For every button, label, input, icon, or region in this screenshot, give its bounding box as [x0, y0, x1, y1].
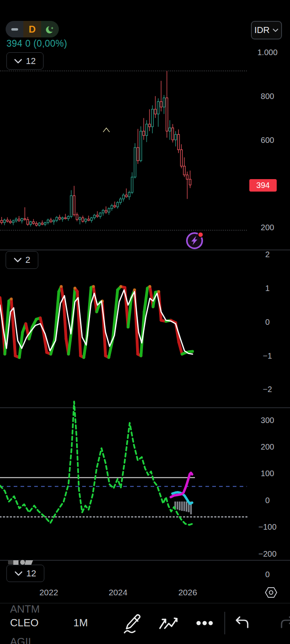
candle-body: [50, 220, 52, 222]
timeframe-button[interactable]: 1M: [73, 617, 88, 629]
price-axis-label: 0: [265, 570, 269, 579]
draw-icon[interactable]: [123, 613, 143, 635]
histogram-bar: [177, 502, 178, 510]
line-style-segment[interactable]: [6, 21, 23, 37]
candle-body: [33, 222, 35, 223]
chevron-down-icon: [14, 258, 22, 262]
pane2-length-dropdown[interactable]: 2: [6, 251, 38, 269]
crescent-moon-icon: [45, 24, 55, 35]
watchlist-carousel[interactable]: ANTM CLEO AGII: [10, 603, 54, 644]
candle-body: [53, 221, 55, 222]
price-axis-label: 300: [261, 416, 274, 425]
candle-body: [76, 215, 78, 219]
candle-body: [64, 218, 66, 219]
candle-body: [47, 220, 49, 223]
pane1-length-value: 12: [26, 56, 35, 66]
candle-body: [18, 219, 20, 221]
sharia-segment[interactable]: [41, 21, 59, 37]
oscillator-peak-tip: [149, 285, 151, 288]
candle-body: [131, 177, 133, 192]
candle-body: [146, 124, 148, 135]
indicators-icon[interactable]: [158, 616, 178, 631]
oscillator-segment: [144, 288, 147, 312]
chevron-up-marker: [103, 128, 110, 132]
candle-body: [70, 196, 72, 217]
cci-pane: [0, 402, 247, 525]
candle-body: [91, 218, 93, 221]
candle-body: [27, 219, 29, 224]
candle-body: [114, 206, 116, 207]
currency-selector[interactable]: IDR: [251, 21, 282, 39]
time-axis-label: 2022: [39, 588, 58, 597]
currency-label: IDR: [255, 25, 270, 35]
price-axis-label: 1.000: [257, 48, 278, 57]
chart-style-toggle[interactable]: D: [6, 21, 59, 37]
oscillator-peak-tip: [10, 297, 13, 300]
cci-green-dashed-line: [0, 402, 193, 525]
histogram-bar: [183, 502, 185, 511]
undo-icon[interactable]: [234, 615, 251, 630]
candle-body: [96, 215, 98, 217]
last-price-badge: 394: [249, 179, 277, 192]
price-axis-label: 0: [265, 318, 269, 327]
price-axis-label: 100: [261, 469, 274, 478]
candle-body: [93, 215, 95, 218]
candle-body: [24, 219, 26, 219]
more-icon[interactable]: [196, 620, 213, 626]
candle-body: [125, 195, 127, 197]
candle-body: [1, 221, 3, 223]
candle-body: [166, 98, 168, 131]
lightning-fab[interactable]: [186, 231, 204, 250]
candle-body: [38, 223, 40, 225]
candle-body: [120, 199, 122, 202]
candle-body: [169, 128, 171, 131]
oscillator-pane: [0, 285, 193, 357]
oscillator-peak-tip: [92, 285, 95, 288]
price-axis-label: −100: [258, 522, 276, 532]
bottom-toolbar: ANTM CLEO AGII 1M: [0, 603, 290, 644]
pane1-length-dropdown[interactable]: 12: [6, 52, 44, 70]
toolbar-divider: [224, 612, 225, 634]
candle-body: [9, 221, 11, 223]
watchlist-item-next[interactable]: AGII: [10, 636, 31, 644]
interval-letter: D: [29, 24, 35, 35]
candle-body: [151, 109, 153, 127]
histogram-bar: [186, 502, 187, 512]
candle-body: [160, 101, 162, 107]
price-axis-label: 200: [261, 223, 274, 232]
pane4-length-dropdown[interactable]: 12: [6, 565, 44, 582]
candle-body: [175, 134, 177, 140]
notification-dot: [199, 233, 203, 237]
candle-body: [149, 124, 151, 127]
candle-body: [172, 128, 174, 140]
oscillator-peak-tip: [157, 290, 160, 293]
histogram-bar: [181, 502, 183, 511]
chart-app: D 394 0 (0,00%) 12 2 12 IDR 394: [0, 0, 290, 644]
pane4-length-value: 12: [26, 568, 36, 579]
candle-body: [6, 220, 8, 221]
oscillator-peak-tip: [74, 287, 77, 290]
watchlist-item-prev[interactable]: ANTM: [10, 603, 40, 615]
candle-body: [117, 202, 119, 207]
candle-body: [56, 217, 58, 221]
minus-icon: [11, 28, 18, 31]
time-axis-label: 2024: [109, 588, 128, 597]
candle-body: [30, 222, 32, 225]
redo-icon[interactable]: [279, 615, 290, 630]
price-axis-label: −2: [263, 385, 272, 394]
candle-body: [102, 211, 104, 213]
oscillator-peak-tip: [60, 285, 63, 288]
symbol-current[interactable]: CLEO: [10, 617, 39, 629]
candlestick-pane: [0, 71, 247, 230]
candle-body: [62, 218, 64, 219]
candle-body: [41, 223, 43, 224]
candle-body: [44, 223, 46, 224]
oscillator-peak-tip: [133, 289, 136, 291]
chart-canvas[interactable]: [0, 0, 290, 644]
candle-body: [59, 217, 61, 219]
chart-settings-icon[interactable]: [264, 586, 278, 599]
candle-body: [12, 221, 14, 223]
candle-body: [189, 179, 191, 185]
daily-interval-segment[interactable]: D: [23, 21, 41, 37]
candle-body: [154, 109, 156, 114]
